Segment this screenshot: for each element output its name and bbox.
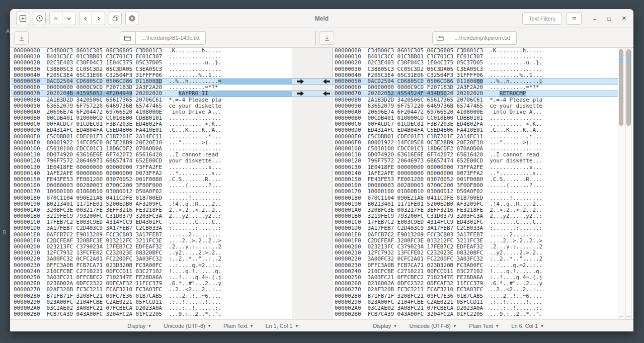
diff-chunk-marker[interactable] — [626, 61, 631, 63]
push-change-left-arrow-icon[interactable] — [323, 91, 330, 96]
hex-row: 00000170 10000100 01060B10 03080D12 050A… — [333, 189, 618, 195]
hex-row: 00000130 1E0418FE 00000000 00000000 73FF… — [11, 164, 292, 170]
hamburger-icon: ≡ — [572, 15, 576, 23]
hex-row: 00000180 070C1104 090E21A8 0411CDFE 0187… — [333, 195, 618, 201]
cursor-position-menu[interactable]: Ln 1, Col 1▾ — [266, 323, 298, 329]
hex-row: 00000180 070C1104 090E21A8 0411CDFE 0187… — [11, 195, 292, 201]
push-change-left-arrow-icon[interactable] — [323, 79, 330, 84]
hex-row: 00000030 C38805C3 CC05C3D2 05C3DA05 C3EA… — [333, 66, 618, 72]
diff-chunk-marker — [619, 316, 623, 317]
hex-row: 00000120 796F7572 20646973 6B657474 652E… — [333, 158, 618, 164]
hex-row: 00000030 C38805C3 CC05C3D2 05C3DA05 C3EA… — [11, 66, 292, 72]
chevron-down-icon — [65, 15, 72, 22]
headerbar-right: Text Filters ≡ – □ ✕ — [522, 12, 633, 25]
clock-icon — [36, 15, 43, 22]
scrollbar-thumb[interactable] — [619, 49, 623, 126]
hex-row: 00000020 02C3E403 C30F04C3 1E04C375 05C3… — [11, 60, 292, 66]
push-nav-group — [79, 12, 105, 25]
save-icon — [18, 35, 25, 42]
left-statusbar: Display▾ Unicode (UTF-8)▾ Plain Text▾ Ln… — [127, 320, 298, 331]
right-hex-pane[interactable]: 00000000 C34B00C3 8601C305 06C36805 C3D8… — [333, 48, 618, 319]
cursor-position-menu[interactable]: Ln 6, Col 1▾ — [511, 323, 543, 329]
go-right-button[interactable] — [92, 12, 105, 25]
save-right-button[interactable] — [319, 31, 334, 45]
menu-button[interactable]: ≡ — [567, 12, 582, 25]
hex-row: 00000170 10000100 01060B10 03080D12 050A… — [11, 189, 292, 195]
plus-square-icon — [19, 15, 27, 22]
hex-row: 000002B0 FCB7C439 043A00FC 3204FC2A 01FC… — [333, 311, 618, 317]
vertical-scrollbar[interactable] — [625, 48, 632, 319]
window-controls: – □ ✕ — [593, 15, 626, 22]
display-menu[interactable]: Display▾ — [373, 323, 396, 329]
statusbar: Display▾ Unicode (UTF-8)▾ Plain Text▾ Ln… — [10, 319, 633, 331]
chevron-down-icon: ▾ — [394, 323, 396, 328]
diff-chunk-band — [292, 91, 333, 97]
left-file-chooser: ...\hexdump\81-149c.txt — [10, 28, 315, 47]
copy-button[interactable] — [109, 12, 122, 25]
diff-chunk-marker[interactable] — [619, 61, 623, 63]
hex-row: 00000020 02C3E403 C30F04C3 1E04C375 05C3… — [333, 60, 618, 66]
overview-map-bar[interactable] — [618, 48, 624, 319]
save-icon — [324, 35, 331, 42]
right-statusbar: Display▾ Unicode (UTF-8)▾ Plain Text▾ Ln… — [373, 320, 543, 331]
hex-row: 000000E0 C5CDBB01 CDEC01F3 C1B7201E 2A14… — [11, 134, 292, 140]
margin-dotted-line — [332, 48, 333, 319]
left-hex-pane[interactable]: 00000000 C34B00C3 8601C305 06C36805 C3D8… — [11, 48, 292, 319]
hex-row: 00000270 02AF320B FC3C3211 FCAF3210 FC3A… — [333, 287, 618, 293]
hex-row: 00000130 1E0418FE 00000000 00000000 73FF… — [333, 164, 618, 170]
next-change-button[interactable] — [62, 12, 75, 25]
hex-row: 000000D0 ED4314FC ED4B04FA C5ED4B06 FA41… — [11, 127, 292, 133]
hex-row: 000002B0 FCB7C439 043A00FC 3204FC2A 01FC… — [11, 311, 292, 317]
hex-row: 00000280 B71FB71F 3208FC21 09FC7E36 01B7… — [11, 293, 292, 299]
previous-change-button[interactable] — [49, 12, 62, 25]
syntax-menu[interactable]: Plain Text▾ — [469, 323, 498, 329]
text-filters-button[interactable]: Text Filters — [522, 12, 562, 25]
encoding-menu[interactable]: Unicode (UTF-8)▾ — [410, 323, 456, 329]
clock-button[interactable] — [33, 12, 46, 25]
syntax-menu[interactable]: Plain Text▾ — [223, 323, 253, 329]
right-file-path[interactable]: ...\hexdump\kpiirom.txt — [448, 31, 517, 45]
open-folder-left-button[interactable] — [120, 31, 136, 45]
hex-row: 000001D0 3A17FEB7 C2D403C9 3A17FEB7 C2CB… — [11, 225, 292, 231]
copy-icon — [112, 15, 119, 22]
chevron-right-icon — [95, 15, 102, 22]
go-left-button[interactable] — [79, 12, 92, 25]
diff-chunk-marker[interactable] — [626, 58, 631, 60]
stop-icon — [128, 15, 136, 22]
stop-button[interactable] — [125, 12, 138, 25]
hex-row: 00000230 0FFC3A0B FCB7CA71 023D320B FC3A… — [333, 263, 618, 269]
chevron-left-icon — [82, 15, 89, 22]
chevron-down-icon: ▾ — [541, 323, 543, 328]
encoding-menu[interactable]: Unicode (UTF-8)▾ — [164, 323, 210, 329]
push-change-right-arrow-icon[interactable] — [297, 91, 304, 96]
open-folder-right-button[interactable] — [432, 31, 448, 45]
hex-row: 00000220 3A00FC32 0CFC2A01 FC220DFC 3A03… — [11, 256, 292, 262]
hex-row: 00000080 2A1B3D2D 3420506C 65617365 2070… — [333, 97, 618, 103]
maximize-button[interactable]: □ — [607, 16, 611, 22]
diff-chunk-marker — [626, 316, 631, 317]
display-menu[interactable]: Display▾ — [127, 323, 151, 329]
chevron-down-icon: ▾ — [148, 323, 151, 328]
headerbar: Meld Text Filters ≡ – □ ✕ — [10, 9, 633, 28]
meld-window: Meld Text Filters ≡ – □ ✕ — [10, 9, 633, 331]
toolbar — [10, 12, 138, 25]
new-comparison-button[interactable] — [16, 12, 29, 25]
save-left-button[interactable] — [14, 31, 29, 45]
diff-content: 00000000 C34B00C3 8601C305 06C36805 C3D8… — [10, 48, 633, 319]
push-change-right-arrow-icon[interactable] — [297, 79, 304, 84]
link-map — [292, 48, 333, 319]
folder-open-icon — [436, 35, 444, 41]
chevron-down-icon: ▾ — [251, 323, 253, 328]
left-file-group: ...\hexdump\81-149c.txt — [120, 31, 206, 45]
chevron-up-icon — [52, 15, 59, 22]
diff-chunk-marker[interactable] — [619, 58, 623, 60]
hex-row: 00000270 02AF320B FC3C3211 FCAF3210 FC3A… — [11, 287, 292, 293]
chevron-down-icon: ▾ — [295, 323, 298, 328]
hex-row: 000001E0 0AFCB7C2 E9013209 FCC3CB03 3A17… — [11, 232, 292, 238]
close-button[interactable]: ✕ — [622, 15, 626, 22]
left-file-path[interactable]: ...\hexdump\81-149c.txt — [136, 31, 206, 45]
minimize-button[interactable]: – — [593, 16, 596, 22]
scrollbar-thumb[interactable] — [626, 49, 631, 126]
change-nav-group — [49, 12, 75, 25]
folder-open-icon — [124, 35, 132, 41]
